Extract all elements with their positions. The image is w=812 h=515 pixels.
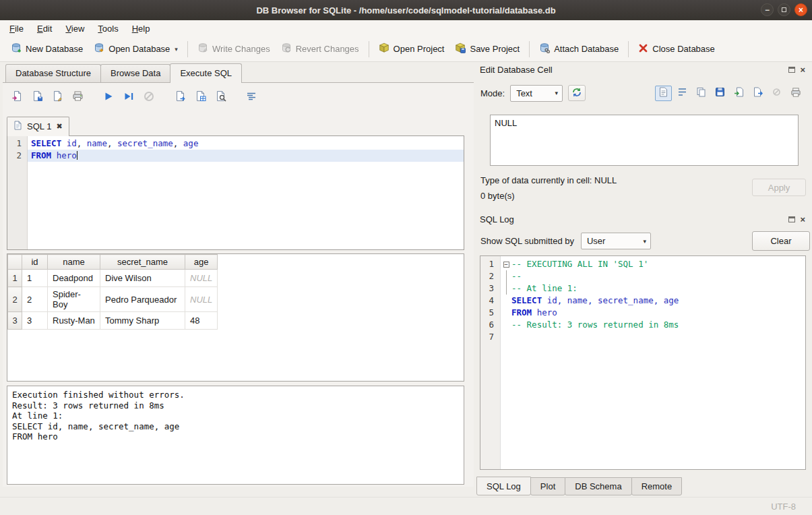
fold-collapse-icon[interactable]: −	[503, 262, 509, 268]
table-row[interactable]: 22Spider-BoyPedro ParqueadorNULL	[8, 287, 218, 312]
dock-tab-remote[interactable]: Remote	[631, 477, 683, 495]
apply-button[interactable]: Apply	[752, 179, 806, 196]
menu-tools[interactable]: Tools	[91, 22, 125, 36]
editor-code-area[interactable]: SELECT id, name, secret_name, ageFROM he…	[28, 136, 464, 249]
log-code-area: −-- EXECUTING ALL IN 'SQL 1'---- At line…	[501, 256, 805, 469]
table-cell[interactable]: Pedro Parqueador	[100, 287, 185, 312]
close-sql-log-icon[interactable]: ×	[800, 215, 805, 224]
code-token: age	[183, 138, 199, 148]
menu-file[interactable]: File	[3, 22, 30, 36]
editor-line-numbers: 12	[7, 136, 28, 249]
table-cell[interactable]: Tommy Sharp	[100, 312, 185, 330]
table-cell[interactable]: Dive Wilson	[100, 270, 185, 287]
write-changes-button[interactable]: Write Changes	[192, 39, 276, 59]
import-cell-button[interactable]	[730, 86, 747, 101]
revert-changes-button[interactable]: Revert Changes	[276, 39, 365, 59]
table-cell[interactable]: 48	[185, 312, 218, 330]
export-cell-button[interactable]	[749, 86, 766, 101]
dock-tab-plot[interactable]: Plot	[530, 477, 565, 495]
auto-switch-mode-button[interactable]	[568, 85, 586, 101]
sql-editor[interactable]: 12 SELECT id, name, secret_name, ageFROM…	[7, 135, 464, 250]
column-header-age[interactable]: age	[185, 255, 218, 270]
table-cell[interactable]: 2	[22, 287, 48, 312]
row-header[interactable]: 3	[8, 312, 22, 330]
set-null-button[interactable]	[768, 86, 785, 101]
table-cell[interactable]: NULL	[185, 270, 218, 287]
maximize-button[interactable]	[778, 3, 790, 16]
close-database-button[interactable]: Close Database	[633, 40, 720, 59]
log-line-numbers: 1234567	[480, 256, 501, 469]
print-sql-button[interactable]	[69, 88, 86, 106]
submitted-by-combobox[interactable]: User ▾	[581, 233, 651, 249]
table-cell[interactable]: Spider-Boy	[48, 287, 100, 312]
sql-log-view[interactable]: 1234567 −-- EXECUTING ALL IN 'SQL 1'----…	[480, 255, 806, 470]
log-line-number: 1	[480, 258, 500, 270]
save-cell-button[interactable]	[712, 86, 728, 101]
open-sql-file-button[interactable]	[8, 88, 26, 106]
fold-margin[interactable]: −	[501, 258, 511, 270]
open-database-dropdown-icon[interactable]: ▾	[175, 46, 178, 53]
table-cell[interactable]: Rusty-Man	[48, 312, 100, 330]
table-cell[interactable]: 1	[22, 270, 48, 287]
save-results-button[interactable]	[191, 88, 209, 106]
window-controls: − ×	[761, 3, 807, 16]
word-wrap-button[interactable]	[674, 86, 691, 101]
tab-browse-data[interactable]: Browse Data	[100, 64, 170, 82]
results-grid: id name secret_name age 11DeadpondDive W…	[7, 253, 464, 382]
statusbar: UTF-8	[0, 497, 812, 515]
undock-cell-editor-icon[interactable]	[788, 67, 795, 73]
row-header[interactable]: 1	[8, 270, 22, 287]
grid-corner-cell[interactable]	[8, 255, 22, 270]
open-database-button[interactable]: Open Database ▾	[88, 39, 183, 59]
minimize-button[interactable]: −	[761, 3, 774, 16]
table-row[interactable]: 11DeadpondDive WilsonNULL	[8, 270, 218, 287]
tab-execute-sql[interactable]: Execute SQL	[170, 63, 242, 83]
encoding-indicator[interactable]: UTF-8	[771, 502, 796, 512]
fold-margin	[501, 270, 511, 282]
execute-all-button[interactable]	[100, 88, 117, 106]
main-tab-widget: Database Structure Browse Data Execute S…	[3, 63, 474, 487]
menu-view[interactable]: View	[59, 22, 91, 36]
dock-tab-db-schema[interactable]: DB Schema	[565, 477, 631, 495]
stop-execution-button[interactable]	[140, 88, 158, 106]
mode-combobox[interactable]: Text ▾	[510, 85, 563, 102]
column-header-name[interactable]: name	[48, 255, 100, 270]
format-sql-button[interactable]	[243, 88, 260, 106]
open-project-button[interactable]: Open Project	[373, 39, 450, 59]
row-header[interactable]: 2	[8, 287, 22, 312]
tab-database-structure[interactable]: Database Structure	[5, 64, 101, 82]
save-sql-file-button[interactable]	[28, 88, 46, 106]
menu-help[interactable]: Help	[125, 22, 157, 36]
editor-line[interactable]: SELECT id, name, secret_name, age	[28, 138, 464, 150]
revert-changes-icon	[281, 42, 292, 55]
undock-sql-log-icon[interactable]	[788, 216, 795, 222]
table-row[interactable]: 33Rusty-ManTommy Sharp48	[8, 312, 218, 330]
clear-log-button[interactable]: Clear	[752, 231, 810, 251]
menu-edit[interactable]: Edit	[30, 22, 59, 36]
find-replace-button[interactable]	[212, 88, 229, 106]
close-cell-editor-icon[interactable]: ×	[800, 65, 805, 74]
table-cell[interactable]: 3	[22, 312, 48, 330]
table-cell[interactable]: NULL	[185, 287, 218, 312]
column-header-secret-name[interactable]: secret_name	[100, 255, 185, 270]
text-view-button[interactable]	[655, 86, 672, 101]
cell-size-info: 0 byte(s)	[480, 191, 515, 201]
new-database-button[interactable]: New Database	[5, 39, 88, 59]
sql-file-tab[interactable]: SQL 1 ✖	[7, 117, 69, 136]
table-cell[interactable]: Deadpond	[48, 270, 100, 287]
column-header-id[interactable]: id	[22, 255, 48, 270]
save-project-button[interactable]: Save Project	[449, 39, 525, 59]
close-button[interactable]: ×	[794, 3, 807, 16]
cell-content-editor[interactable]: NULL	[490, 115, 799, 166]
sql-tab-close-icon[interactable]: ✖	[56, 123, 62, 130]
export-results-button[interactable]	[171, 88, 189, 106]
results-table: id name secret_name age 11DeadpondDive W…	[7, 254, 218, 330]
dock-tab-sql-log[interactable]: SQL Log	[476, 477, 531, 495]
copy-button[interactable]	[693, 86, 710, 101]
execute-current-line-button[interactable]	[120, 88, 137, 106]
save-sql-as-button[interactable]	[49, 88, 66, 106]
attach-database-button[interactable]: Attach Database	[534, 39, 624, 59]
print-cell-button[interactable]	[787, 86, 804, 101]
titlebar[interactable]: DB Browser for SQLite - /home/user/code/…	[0, 0, 812, 20]
editor-line[interactable]: FROM hero	[28, 150, 464, 162]
